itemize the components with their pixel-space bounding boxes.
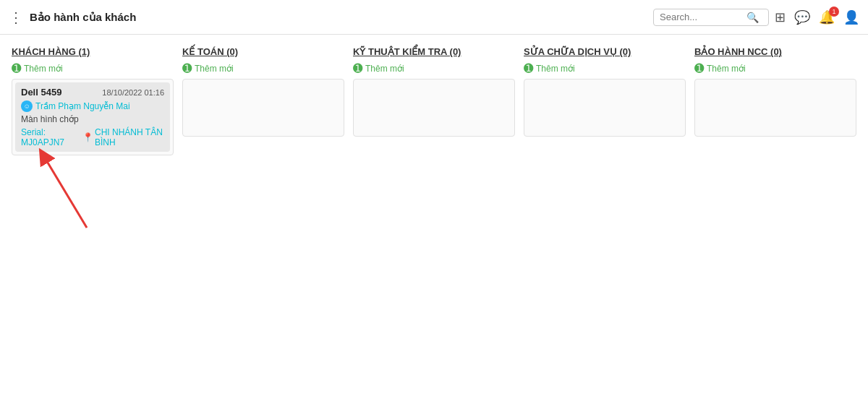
add-icon-khach-hang: ➊ xyxy=(12,63,21,74)
main-content: KHÁCH HÀNG (1) ➊ Thêm mới Dell 5459 18/1… xyxy=(0,35,868,399)
search-button[interactable]: 🔍 xyxy=(746,12,759,23)
card-user-row: ☺ Trầm Phạm Nguyễn Mai xyxy=(21,100,164,112)
add-label-bao-hanh-ncc: Thêm mới xyxy=(707,64,746,74)
add-icon-ky-thuat: ➊ xyxy=(353,63,362,74)
card-location-text: CHI NHÁNH TÂN BÌNH xyxy=(95,127,164,147)
column-body-ke-toan xyxy=(182,79,344,137)
column-body-bao-hanh-ncc xyxy=(694,79,856,137)
search-box: 🔍 xyxy=(653,9,769,26)
add-label-ke-toan: Thêm mới xyxy=(195,64,234,74)
add-new-khach-hang[interactable]: ➊ Thêm mới xyxy=(12,63,63,74)
add-new-ke-toan[interactable]: ➊ Thêm mới xyxy=(182,63,234,74)
column-header-ky-thuat[interactable]: KỸ THUẬT KIỂM TRA (0) xyxy=(353,46,515,57)
add-new-bao-hanh-ncc[interactable]: ➊ Thêm mới xyxy=(694,63,746,74)
menu-dots-icon[interactable]: ⋮ xyxy=(9,9,24,26)
topbar-icons: ⊞ 💬 🔔 1 👤 xyxy=(775,9,859,25)
column-bao-hanh-ncc: BẢO HÀNH NCC (0) ➊ Thêm mới xyxy=(694,46,856,137)
pin-icon: 📍 xyxy=(82,132,93,142)
card-serial: Serial: MJ0APJN7 xyxy=(21,127,77,147)
card-user-name: Trầm Phạm Nguyễn Mai xyxy=(35,101,130,111)
user-avatar-icon[interactable]: 👤 xyxy=(843,9,859,25)
notification-badge: 1 xyxy=(829,7,839,17)
add-label-ky-thuat: Thêm mới xyxy=(365,64,404,74)
column-ky-thuat: KỸ THUẬT KIỂM TRA (0) ➊ Thêm mới xyxy=(353,46,515,137)
column-header-khach-hang[interactable]: KHÁCH HÀNG (1) xyxy=(12,46,174,57)
grid-icon[interactable]: ⊞ xyxy=(775,9,786,25)
column-body-sua-chua xyxy=(524,79,686,137)
card-date: 18/10/2022 01:16 xyxy=(102,88,164,97)
card-location: 📍 CHI NHÁNH TÂN BÌNH xyxy=(82,127,164,147)
add-label-khach-hang: Thêm mới xyxy=(24,64,63,74)
column-header-ke-toan[interactable]: KẾ TOÁN (0) xyxy=(182,46,344,57)
add-icon-sua-chua: ➊ xyxy=(524,63,533,74)
add-label-sua-chua: Thêm mới xyxy=(536,64,575,74)
column-ke-toan: KẾ TOÁN (0) ➊ Thêm mới xyxy=(182,46,344,137)
card-bottom-row: Serial: MJ0APJN7 📍 CHI NHÁNH TÂN BÌNH xyxy=(21,127,164,147)
column-body-khach-hang: Dell 5459 18/10/2022 01:16 ☺ Trầm Phạm N… xyxy=(12,79,174,155)
column-header-bao-hanh-ncc[interactable]: BẢO HÀNH NCC (0) xyxy=(694,46,856,57)
add-icon-bao-hanh-ncc: ➊ xyxy=(694,63,704,74)
card-title: Dell 5459 xyxy=(21,87,61,98)
add-new-ky-thuat[interactable]: ➊ Thêm mới xyxy=(353,63,404,74)
search-input[interactable] xyxy=(660,12,746,22)
notification-icon[interactable]: 🔔 1 xyxy=(819,9,835,25)
column-header-sua-chua[interactable]: SỬA CHỮA DỊCH VỤ (0) xyxy=(524,46,686,57)
column-body-ky-thuat xyxy=(353,79,515,137)
chat-icon[interactable]: 💬 xyxy=(794,9,810,25)
card-top-row: Dell 5459 18/10/2022 01:16 xyxy=(21,87,164,98)
card-dell-5459[interactable]: Dell 5459 18/10/2022 01:16 ☺ Trầm Phạm N… xyxy=(15,82,170,152)
add-icon-ke-toan: ➊ xyxy=(182,63,192,74)
column-sua-chua: SỬA CHỮA DỊCH VỤ (0) ➊ Thêm mới xyxy=(524,46,686,137)
page-title: Bảo hành của khách xyxy=(30,11,647,24)
user-avatar: ☺ xyxy=(21,100,33,112)
card-description: Màn hình chớp xyxy=(21,114,164,124)
column-khach-hang: KHÁCH HÀNG (1) ➊ Thêm mới Dell 5459 18/1… xyxy=(12,46,174,155)
topbar: ⋮ Bảo hành của khách 🔍 ⊞ 💬 🔔 1 👤 xyxy=(0,0,868,35)
add-new-sua-chua[interactable]: ➊ Thêm mới xyxy=(524,63,575,74)
columns-wrapper: KHÁCH HÀNG (1) ➊ Thêm mới Dell 5459 18/1… xyxy=(12,46,856,155)
